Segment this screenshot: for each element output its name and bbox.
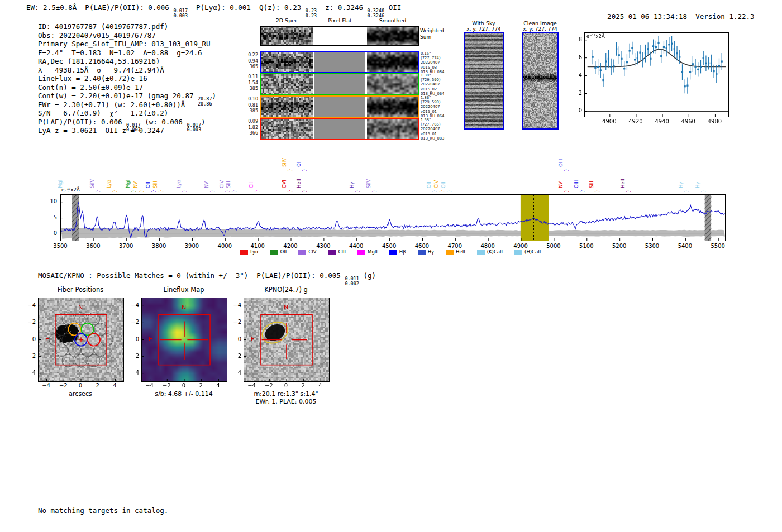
lineflux-xtick: −4	[143, 382, 156, 389]
main-xtick: 4000	[214, 243, 235, 249]
spectrum-legend: LyαOIICIVCIIIMgIIHβHγHeII(K)CaII(H)CaII	[240, 249, 541, 255]
clean-image	[523, 33, 557, 128]
emission-line-brace: {	[565, 190, 569, 193]
main-xtick: 5100	[576, 243, 597, 249]
spec2d-right-label: 0.15"	[421, 51, 454, 56]
emission-line-brace: {	[447, 190, 451, 193]
spec2d-left-label: 0.81	[244, 103, 258, 109]
footer-notes: No matching targets in catalog. Row inte…	[38, 489, 168, 532]
inset-xtick: 4940	[653, 118, 671, 124]
text-segment: Cont(w) = 2.20(±0.01)e-17 (gmag 20.87	[38, 92, 198, 100]
main-xtick: 3800	[149, 243, 169, 249]
spec2d-header-smoothed: Smoothed	[367, 17, 418, 23]
clean-title: Clean Image	[512, 20, 568, 26]
spec2d-right-label: 1.38"	[421, 73, 454, 78]
spec2d-right-label: v015_01	[421, 132, 454, 136]
stacked-fraction: 0.0170.003	[173, 8, 188, 18]
clean-coords: x, y: 727, 774	[512, 26, 568, 32]
text-segment: F=2.4" T=0.183 N=1.02 A=0.88 g=24.6	[38, 49, 202, 57]
emission-line-brace: {	[288, 169, 292, 171]
fraction-lower: 0.003	[173, 13, 188, 18]
main-xtick: 4200	[280, 243, 301, 249]
emission-line-label: SiII	[226, 181, 231, 188]
info-line-0: ID: 4019767787 (4019767787.pdf)	[38, 22, 216, 31]
inset-ytick: 4	[569, 72, 582, 78]
fraction-lower: 0.003	[187, 127, 201, 132]
fiber-xtick: −2	[56, 382, 70, 389]
main-ytick: 5	[45, 214, 57, 221]
stacked-fraction: 0.230.23	[306, 8, 317, 18]
main-ytick: 10	[45, 198, 57, 204]
east-label: E	[149, 336, 152, 343]
fiber-xtick: −4	[40, 382, 53, 389]
lineflux-ytick: 0	[126, 336, 139, 342]
legend-swatch	[357, 250, 365, 255]
spec2d-right-label: 1.36"	[421, 95, 454, 100]
emission-line-brace: {	[302, 169, 306, 171]
emission-line-label: OII	[441, 181, 446, 188]
legend-item: Lyα	[240, 249, 259, 255]
header-spacer	[687, 12, 695, 21]
info-line-11: P(LAE)/P(OII): 0.006 0.0170.002 (w: 0.00…	[38, 118, 216, 127]
emission-line-label: SiIV	[282, 158, 287, 167]
legend-label: Lyα	[250, 249, 259, 255]
legend-swatch	[418, 250, 426, 255]
fraction-lower: 0.002	[345, 281, 359, 286]
kpno-xtick: 0	[279, 382, 293, 389]
info-line-4: RA,Dec (181.216644,53.169216)	[38, 57, 216, 66]
spec2d-right-label: (729, 590)	[421, 100, 454, 104]
fraction-lower: 20.86	[198, 102, 212, 107]
fiber-title: Fiber Positions	[38, 286, 123, 294]
main-xtick: 4300	[313, 243, 333, 249]
info-line-6: LineFlux = 2.40(±0.72)e-16	[38, 74, 216, 83]
emission-line-label: SiII	[589, 181, 594, 188]
emission-line-label: NV	[204, 181, 209, 188]
spec2d-left-label: 385	[244, 108, 258, 114]
spec2d-left-label: 0.09	[244, 119, 258, 125]
main-xtick: 5200	[609, 243, 630, 249]
legend-swatch	[328, 250, 336, 255]
emission-line-label: NV	[558, 181, 564, 188]
emission-line-brace: {	[440, 190, 444, 193]
report-timestamp: 2025-01-06 13:34:18	[607, 12, 687, 21]
emission-line-brace: {	[432, 190, 436, 193]
spec2d-panel-flat-4	[314, 119, 365, 139]
emission-line-brace: {	[151, 190, 155, 193]
emission-line-label: SiII	[152, 181, 158, 188]
header-summary-line: EW: 2.5±0.8Å P(LAE)/P(OII): 0.006 0.0170…	[26, 3, 401, 18]
emission-line-label: OII	[426, 181, 432, 188]
legend-swatch	[298, 250, 306, 255]
lineflux-caption: s/b: 4.68 +/- 0.114	[128, 390, 240, 397]
emission-line-brace: {	[64, 190, 68, 193]
emission-line-label: Hγ	[678, 182, 684, 188]
spec2d-panel-spec-3	[261, 97, 313, 117]
spec2d-right-label: (727, 765)	[421, 122, 454, 127]
spec2d-left-label: 385	[244, 86, 258, 92]
spec2d-panel-flat-2	[314, 74, 365, 94]
text-segment: RA,Dec (181.216644,53.169216)	[38, 57, 160, 65]
text-segment: P(Lyα): 0.001 Q(z): 0.23	[188, 3, 306, 12]
main-xtick: 4100	[247, 243, 268, 249]
spec2d-panel-smoothed-3	[367, 97, 418, 117]
emission-line-label: SiIV	[89, 179, 95, 188]
stacked-fraction: 0.0170.003	[187, 123, 201, 132]
spec2d-panel-spec-1	[261, 52, 313, 72]
emission-line-brace: {	[372, 190, 376, 193]
legend-label: HeII	[456, 249, 465, 255]
main-xtick: 5400	[675, 243, 695, 249]
spec2d-right-labels-1: 0.15"(727, 774)20220407v015_03013_RU_084	[421, 51, 454, 74]
main-xtick: 5300	[642, 243, 662, 249]
mosaic-match-line: MOSAIC/KPNO : Possible Matches = 0 (with…	[38, 271, 376, 286]
main-xtick: 4700	[445, 243, 465, 249]
spec2d-right-label: 1.53"	[421, 118, 454, 122]
detection-info-block: ID: 4019767787 (4019767787.pdf)Obs: 2022…	[38, 22, 216, 135]
text-segment: )	[201, 118, 206, 126]
weighted-sum-label-line1: Weighted	[420, 28, 444, 34]
spec2d-right-labels-2: 1.38"(729, 590)20220407v015_02013_RU_064	[421, 73, 454, 96]
text-segment: ID: 4019767787 (4019767787.pdf)	[38, 22, 168, 31]
kpno-title: KPNO(24.7) g	[244, 286, 328, 294]
emission-line-brace: {	[288, 190, 292, 193]
legend-swatch	[477, 250, 485, 255]
inset-unit-label: e⁻¹⁷x2Å	[586, 33, 605, 39]
spec2d-right-label: (727, 774)	[421, 56, 454, 60]
